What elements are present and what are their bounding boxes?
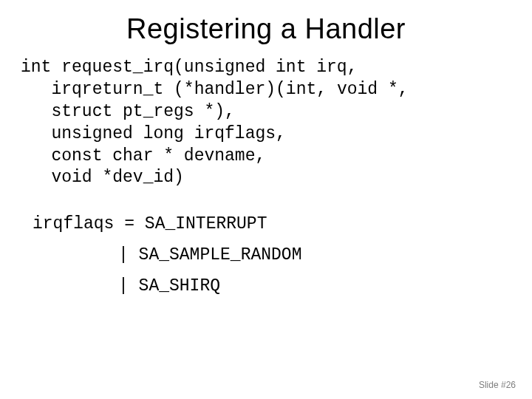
irqflags-assign: irqflaqs = SA_INTERRUPT	[0, 214, 532, 233]
slide-title: Registering a Handler	[0, 0, 532, 52]
code-line-2: irqreturn_t (*handler)(int, void *,	[51, 80, 408, 99]
flag-line-2: | SA_SHIRQ	[0, 276, 532, 296]
code-line-3: struct pt_regs *),	[51, 102, 234, 121]
code-line-5: const char * devname,	[51, 146, 265, 166]
slide: Registering a Handler int request_irq(un…	[0, 0, 532, 399]
code-line-1: int request_irq(unsigned int irq,	[21, 58, 357, 77]
code-line-4: unsigned long irqflags,	[51, 124, 285, 143]
code-block: int request_irq(unsigned int irq, irqret…	[0, 52, 532, 189]
slide-number: Slide #26	[479, 380, 516, 390]
flag-line-1: | SA_SAMPLE_RANDOM	[0, 245, 532, 265]
code-line-6: void *dev_id)	[51, 168, 183, 187]
